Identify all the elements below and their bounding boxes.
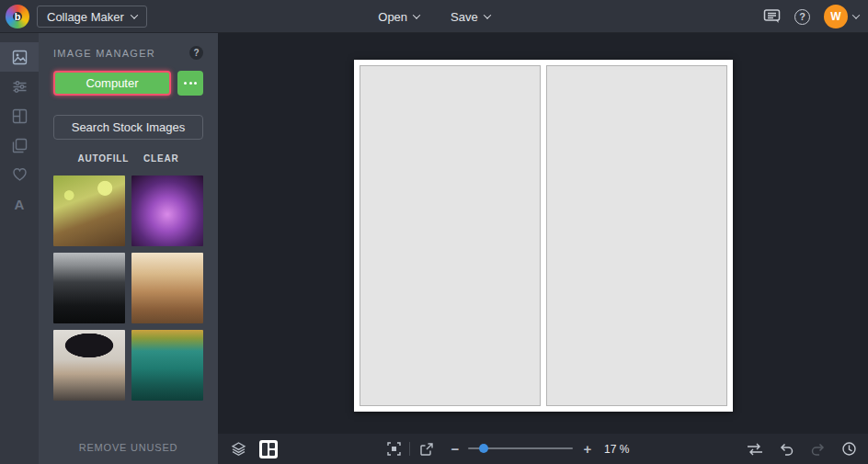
- panel-title: IMAGE MANAGER: [53, 48, 155, 59]
- panel-help-icon[interactable]: ?: [189, 46, 203, 60]
- open-in-new-button[interactable]: [417, 434, 437, 464]
- zoom-in-button[interactable]: +: [578, 434, 597, 464]
- sidebar-item-layouts[interactable]: [0, 101, 39, 130]
- open-button[interactable]: Open: [378, 10, 419, 24]
- history-button[interactable]: [841, 441, 857, 457]
- image-thumbnail-grid: [39, 164, 218, 401]
- feedback-chat-icon[interactable]: [763, 8, 781, 25]
- help-glyph: ?: [799, 11, 805, 22]
- computer-button-label: Computer: [86, 76, 138, 90]
- chevron-down-icon: [483, 11, 490, 18]
- panel-header: IMAGE MANAGER ?: [39, 33, 218, 71]
- bottom-toolbar: − + 17 %: [218, 434, 868, 464]
- heart-icon: [12, 167, 28, 182]
- autofill-clear-row: AUTOFILL CLEAR: [39, 153, 218, 164]
- logo-letter: b: [15, 11, 21, 22]
- image-thumbnail[interactable]: [131, 253, 203, 323]
- search-stock-images-button[interactable]: Search Stock Images: [53, 115, 203, 140]
- collage-cell-2[interactable]: [546, 65, 727, 406]
- image-icon: [12, 50, 28, 65]
- image-thumbnail[interactable]: [53, 253, 125, 323]
- chevron-down-icon: [413, 11, 420, 18]
- sidebar-item-goodies[interactable]: [0, 160, 39, 189]
- image-thumbnail[interactable]: [53, 330, 125, 401]
- history-controls: [747, 434, 857, 464]
- autofill-button[interactable]: AUTOFILL: [77, 153, 129, 164]
- chevron-down-icon: [852, 11, 860, 18]
- collage-cell-1[interactable]: [360, 65, 541, 406]
- layers-icon: [231, 441, 246, 457]
- sidebar-item-graphics[interactable]: [0, 130, 39, 160]
- layers-button[interactable]: [229, 434, 247, 464]
- sidebar-item-edit[interactable]: [0, 72, 39, 101]
- text-tool-icon: A: [15, 197, 25, 212]
- zoom-slider[interactable]: [468, 447, 573, 449]
- tool-rail: A: [0, 33, 39, 464]
- save-label: Save: [451, 10, 478, 24]
- zoom-slider-knob[interactable]: [479, 444, 488, 453]
- help-icon[interactable]: ?: [794, 9, 810, 25]
- upload-buttons-row: Computer: [39, 71, 218, 96]
- photo-stack-icon: [12, 138, 28, 153]
- top-right-controls: ? W: [763, 0, 859, 33]
- layout-picker-icon: [259, 440, 278, 458]
- collage-page: [354, 60, 733, 412]
- sidebar-item-text[interactable]: A: [0, 189, 39, 219]
- remove-unused-button[interactable]: REMOVE UNUSED: [39, 430, 218, 464]
- toolbar-divider: [409, 442, 410, 456]
- sidebar-item-image-manager[interactable]: [0, 42, 39, 72]
- sliders-icon: [12, 79, 28, 95]
- search-stock-label: Search Stock Images: [72, 120, 186, 134]
- ellipsis-icon: [184, 82, 187, 85]
- save-button[interactable]: Save: [451, 10, 490, 24]
- help-glyph: ?: [193, 48, 199, 58]
- clear-button[interactable]: CLEAR: [143, 153, 178, 164]
- shuffle-images-button[interactable]: [747, 443, 763, 456]
- zoom-out-button[interactable]: −: [446, 434, 464, 464]
- undo-button[interactable]: [779, 442, 794, 457]
- image-thumbnail[interactable]: [53, 175, 125, 246]
- collage-maker-app: b Collage Maker Open Save: [0, 0, 868, 464]
- computer-upload-button[interactable]: Computer: [53, 71, 171, 96]
- shuffle-icon: [747, 443, 763, 456]
- avatar: W: [824, 5, 848, 28]
- layout-picker-button[interactable]: [258, 434, 279, 464]
- open-label: Open: [378, 10, 407, 24]
- layout-grid-icon: [12, 108, 28, 124]
- image-thumbnail[interactable]: [131, 330, 203, 401]
- image-thumbnail[interactable]: [131, 175, 203, 246]
- account-menu-button[interactable]: W: [824, 5, 859, 28]
- history-clock-icon: [841, 441, 857, 457]
- more-upload-options-button[interactable]: [177, 71, 203, 96]
- zoom-percentage: 17 %: [604, 434, 629, 464]
- fit-to-screen-icon: [386, 441, 402, 457]
- image-manager-panel: IMAGE MANAGER ? Computer Search Stock Im…: [39, 33, 218, 464]
- undo-icon: [779, 442, 794, 457]
- open-in-new-icon: [419, 442, 434, 457]
- file-controls: Open Save: [0, 0, 868, 33]
- top-bar: b Collage Maker Open Save: [0, 0, 868, 33]
- redo-button[interactable]: [810, 442, 826, 457]
- canvas-area: [218, 33, 868, 434]
- redo-icon: [810, 442, 826, 457]
- fit-to-screen-button[interactable]: [383, 434, 404, 464]
